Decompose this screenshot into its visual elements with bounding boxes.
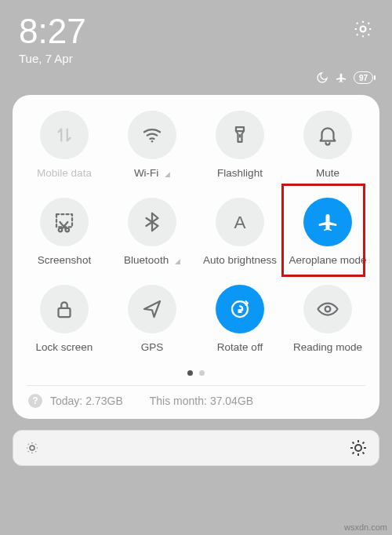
expand-indicator-icon: ◢ (165, 170, 170, 178)
tile-label: Wi-Fi ◢ (134, 167, 170, 179)
divider (27, 385, 365, 386)
tile-screenshot[interactable]: Screenshot (20, 198, 108, 266)
svg-rect-2 (236, 127, 244, 131)
settings-button[interactable] (353, 19, 373, 39)
data-today-label: Today: (50, 395, 82, 407)
data-today-value: 2.73GB (85, 395, 122, 407)
svg-point-1 (151, 140, 154, 143)
data-month-value: 37.04GB (210, 395, 253, 407)
tile-label: Mobile data (37, 167, 92, 179)
tile-mute[interactable]: Mute (284, 111, 372, 179)
scissors-icon (40, 198, 89, 246)
bell-icon (303, 111, 352, 159)
tile-label: Screenshot (38, 254, 91, 266)
tile-aeroplane-mode[interactable]: Aeroplane mode (284, 198, 372, 266)
info-icon: ? (28, 394, 42, 408)
tile-auto-brightness[interactable]: AAuto brightness (196, 198, 284, 266)
data-usage-row[interactable]: ? Today: 2.73GB This month: 37.04GB (20, 394, 372, 409)
tile-label: Flashlight (217, 167, 263, 179)
letter-a-icon: A (216, 198, 264, 246)
tile-flashlight[interactable]: Flashlight (196, 111, 284, 179)
tile-wifi[interactable]: Wi-Fi ◢ (108, 111, 196, 179)
tile-lock-screen[interactable]: Lock screen (20, 285, 108, 353)
status-icons: 97 (19, 71, 373, 84)
expand-indicator-icon: ◢ (175, 257, 180, 265)
pager-dot (187, 370, 193, 376)
tile-label: Lock screen (36, 341, 93, 353)
watermark: wsxdn.com (344, 522, 387, 532)
rotate-lock-icon (216, 285, 264, 333)
tile-label: GPS (141, 341, 164, 353)
moon-icon (316, 71, 328, 84)
battery-indicator: 97 (354, 71, 373, 84)
eye-icon (303, 285, 352, 333)
svg-rect-8 (59, 308, 71, 317)
status-left: 8:27 Tue, 7 Apr (19, 14, 86, 65)
airplane-icon (335, 71, 347, 84)
svg-point-11 (325, 307, 331, 312)
quick-tiles-grid: Mobile dataWi-Fi ◢FlashlightMuteScreensh… (20, 111, 372, 353)
tile-label: Rotate off (217, 341, 263, 353)
svg-rect-10 (238, 309, 242, 313)
svg-point-0 (361, 27, 366, 32)
clock: 8:27 (19, 14, 86, 49)
data-arrows-icon (40, 111, 89, 159)
svg-point-13 (355, 445, 361, 451)
tile-bluetooth[interactable]: Bluetooth ◢ (108, 198, 196, 266)
status-area: 8:27 Tue, 7 Apr 97 (0, 0, 392, 89)
tile-reading-mode[interactable]: Reading mode (284, 285, 372, 353)
tile-mobile-data[interactable]: Mobile data (20, 111, 108, 179)
wifi-icon (128, 111, 176, 159)
flashlight-icon (216, 111, 264, 159)
svg-point-12 (30, 446, 34, 450)
tile-gps[interactable]: GPS (108, 285, 196, 353)
tile-label: Mute (316, 167, 339, 179)
airplane-icon (303, 198, 352, 246)
lock-icon (40, 285, 89, 333)
nav-arrow-icon (128, 285, 176, 333)
tile-label: Auto brightness (203, 254, 277, 266)
tile-label: Bluetooth ◢ (124, 254, 180, 266)
data-month-label: This month: (150, 395, 207, 407)
pager-dot (199, 370, 205, 376)
tile-label: Aeroplane mode (289, 254, 366, 266)
bluetooth-icon (128, 198, 176, 246)
svg-text:A: A (234, 213, 245, 232)
brightness-high-icon (349, 439, 368, 457)
date: Tue, 7 Apr (19, 52, 86, 65)
tile-rotate-off[interactable]: Rotate off (196, 285, 284, 353)
brightness-low-icon (24, 440, 40, 456)
quick-settings-panel: Mobile dataWi-Fi ◢FlashlightMuteScreensh… (13, 95, 379, 419)
brightness-slider[interactable] (13, 430, 379, 466)
gear-icon (353, 19, 373, 39)
tile-label: Reading mode (293, 341, 362, 353)
page-indicator (20, 370, 372, 376)
